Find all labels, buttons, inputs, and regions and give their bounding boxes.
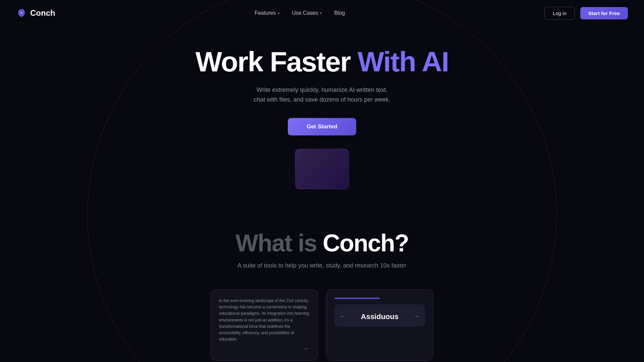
hero-title: Work Faster With AI <box>196 46 449 77</box>
vocab-definition-area: ← Assiduous → <box>334 304 425 326</box>
hero-title-highlight: With AI <box>358 46 448 77</box>
vocab-word: Assiduous <box>346 312 414 321</box>
vocab-progress-bar <box>334 298 380 299</box>
vocab-navigation: ← Assiduous → <box>340 312 420 321</box>
nav-item-blog[interactable]: Blog <box>334 10 345 16</box>
hero-subtitle: Write extremely quickly, humanize AI-wri… <box>254 85 390 105</box>
what-title-bright: Conch? <box>323 230 409 256</box>
vocab-card: ← Assiduous → <box>334 298 425 326</box>
hero-section: Work Faster With AI Write extremely quic… <box>0 26 644 209</box>
what-subtitle: A suite of tools to help you write, stud… <box>16 262 628 269</box>
logo-icon <box>16 8 27 18</box>
login-button[interactable]: Log in <box>544 7 575 20</box>
logo-text: Conch <box>30 8 55 18</box>
vocab-prev-button[interactable]: ← <box>340 313 346 320</box>
feature-cards-row: In the ever-evolving landscape of the 21… <box>16 289 628 361</box>
feature-card-vocab: ← Assiduous → <box>326 289 433 361</box>
nav-right: Log in Start for Free <box>544 7 628 20</box>
start-for-free-button[interactable]: Start for Free <box>580 7 628 19</box>
navbar: Conch Features ▾ Use Cases ▾ Blog Log in… <box>0 0 644 26</box>
feature-card-editor: In the ever-evolving landscape of the 21… <box>211 289 318 361</box>
nav-logo[interactable]: Conch <box>16 8 55 18</box>
chevron-down-icon: ▾ <box>320 11 322 15</box>
chevron-down-icon: ▾ <box>278 11 280 15</box>
what-section: What is Conch? A suite of tools to help … <box>0 209 644 362</box>
what-title-dim: What is <box>235 230 323 256</box>
demo-preview-box <box>295 149 349 189</box>
hero-title-plain: Work Faster <box>196 46 358 77</box>
nav-item-features[interactable]: Features ▾ <box>255 10 280 16</box>
editor-card-text: In the ever-evolving landscape of the 21… <box>219 298 310 343</box>
nav-item-use-cases[interactable]: Use Cases ▾ <box>292 10 322 16</box>
get-started-button[interactable]: Get Started <box>288 118 356 135</box>
what-title: What is Conch? <box>16 229 628 257</box>
vocab-next-button[interactable]: → <box>414 313 420 320</box>
nav-center: Features ▾ Use Cases ▾ Blog <box>255 10 345 16</box>
card-left-arrow[interactable]: ← <box>304 345 310 352</box>
